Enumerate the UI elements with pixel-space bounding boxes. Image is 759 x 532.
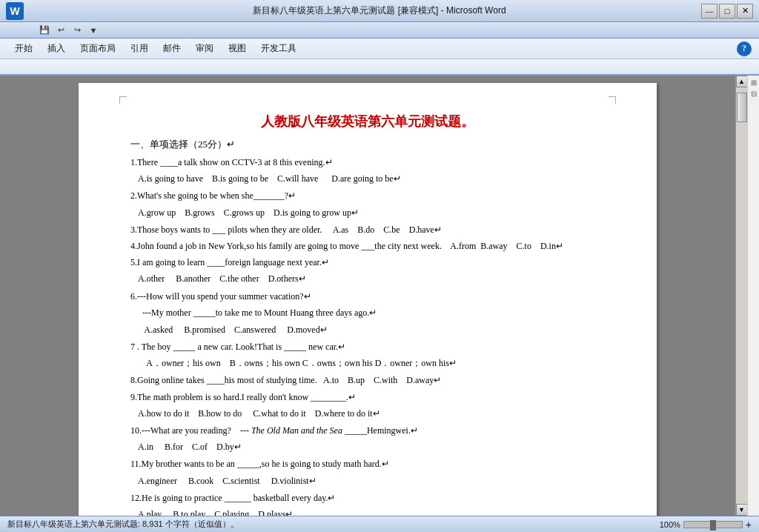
menu-references[interactable]: 引用 [123,40,156,57]
title-bar: W 新目标八年级英语上第六单元测试题 [兼容模式] - Microsoft Wo… [0,0,759,22]
scroll-down-button[interactable]: ▼ [736,504,748,516]
right-panel: ⊞ ⊟ [747,76,759,516]
question-10: 10.---What are you reading? --- The Old … [130,424,605,438]
question-7: 7 . The boy _____ a new car. Look!That i… [130,340,605,354]
options-2: A.grow up B.grows C.grows up D.is going … [130,206,605,220]
menu-insert[interactable]: 插入 [40,40,73,57]
ribbon [0,59,759,76]
menu-mailings[interactable]: 邮件 [156,40,188,57]
question-12: 12.He is going to practice ______ basket… [130,491,605,505]
menu-developer[interactable]: 开发工具 [253,40,304,57]
main-area: 人教版八年级英语第六单元测试题。 一、单项选择（25分）↵ 1.There __… [0,76,759,516]
menu-view[interactable]: 视图 [221,40,253,57]
vertical-scrollbar[interactable]: ▲ ▼ [735,76,747,516]
question-2: 2.What's she going to be when she_______… [130,189,605,203]
quick-access-toolbar: 💾 ↩ ↪ ▼ [0,22,759,39]
scroll-track[interactable] [737,89,747,502]
close-button[interactable]: ✕ [737,4,753,19]
redo-quick-btn[interactable]: ↪ [70,24,84,37]
question-3: 3.Those boys wants to ___ pilots when th… [130,223,605,237]
restore-button[interactable]: □ [719,4,735,19]
undo-quick-btn[interactable]: ↩ [53,24,68,37]
section-header-1: 一、单项选择（25分）↵ [130,138,605,151]
corner-mark-tl [119,96,127,104]
scroll-thumb[interactable] [737,93,747,122]
document-title: 人教版八年级英语第六单元测试题。 [130,113,605,130]
title-controls: — □ ✕ [701,4,753,19]
options-6b: A.asked B.promised C.answered D.moved↵ [130,323,605,337]
question-1: 1.There ____a talk show on CCTV-3 at 8 t… [130,156,605,170]
options-7: A．owner；his own B．owns；his own C．owns；ow… [130,356,605,370]
title-bar-left: W [6,2,24,20]
options-12: A.play B.to play C.playing D.plays↵ [130,508,605,516]
corner-mark-tr [609,96,616,104]
question-5: 5.I am going to learn ____foreign langua… [130,256,605,270]
options-9: A.how to do it B.how to do C.what to do … [130,407,605,421]
menu-review[interactable]: 审阅 [188,40,221,57]
menu-layout[interactable]: 页面布局 [73,40,123,57]
question-9: 9.The math problem is so hard.I really d… [130,390,605,405]
menu-bar: 开始 插入 页面布局 引用 邮件 审阅 视图 开发工具 ? [0,39,759,59]
doc-area: 人教版八年级英语第六单元测试题。 一、单项选择（25分）↵ 1.There __… [0,76,735,516]
question-8: 8.Going online takes ____his most of stu… [130,373,605,388]
scroll-up-button[interactable]: ▲ [736,76,748,87]
word-icon: W [6,2,24,20]
options-10: A.in B.for C.of D.by↵ [130,440,605,454]
options-11: A.engineer B.cook C.scientist D.violinis… [130,474,605,488]
options-5: A.other B.another C.the other D.others↵ [130,272,605,286]
customize-quick-btn[interactable]: ▼ [86,24,101,37]
help-icon[interactable]: ? [737,41,752,56]
question-11: 11.My brother wants to be an _____,so he… [130,457,605,471]
panel-icon-1[interactable]: ⊞ [749,77,759,87]
title-text: 新目标八年级英语上第六单元测试题 [兼容模式] - Microsoft Word [253,4,506,17]
question-4: 4.John found a job in New York,so his fa… [130,239,605,253]
question-6: 6.---How will you spend your summer vaca… [130,290,605,304]
options-6a: ---My mother _____to take me to Mount Hu… [130,306,605,320]
minimize-button[interactable]: — [701,4,717,19]
panel-icon-2[interactable]: ⊟ [749,88,759,99]
save-quick-btn[interactable]: 💾 [37,24,52,37]
options-1: A.is going to have B.is going to be C.wi… [130,172,605,186]
menu-home[interactable]: 开始 [7,40,40,57]
document-page: 人教版八年级英语第六单元测试题。 一、单项选择（25分）↵ 1.There __… [79,83,657,516]
